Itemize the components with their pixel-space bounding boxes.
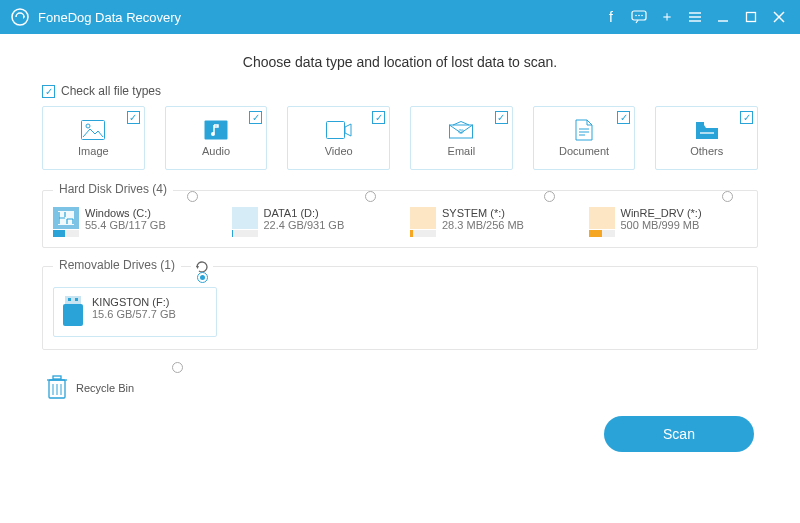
app-title: FoneDog Data Recovery — [38, 10, 594, 25]
recycle-radio[interactable] — [172, 362, 183, 373]
drive-c[interactable]: Windows (C:) 55.4 GB/117 GB — [53, 207, 212, 237]
drive-size: 55.4 GB/117 GB — [85, 219, 166, 231]
filetype-checkbox[interactable]: ✓ — [249, 111, 262, 124]
filetype-label: Others — [690, 145, 723, 157]
filetype-email[interactable]: ✓ @ Email — [410, 106, 513, 170]
check-all-checkbox[interactable]: ✓ — [42, 85, 55, 98]
svg-point-3 — [635, 15, 637, 17]
drive-icon — [410, 207, 436, 237]
others-icon — [694, 119, 720, 141]
svg-rect-15 — [205, 121, 228, 140]
filetype-row: ✓ Image ✓ Audio ✓ Video ✓ @ Email — [42, 106, 758, 170]
drive-name: DATA1 (D:) — [264, 207, 345, 219]
filetype-audio[interactable]: ✓ Audio — [165, 106, 268, 170]
svg-point-14 — [86, 124, 90, 128]
titlebar: FoneDog Data Recovery f ＋ — [0, 0, 800, 34]
app-logo — [10, 7, 30, 27]
filetype-checkbox[interactable]: ✓ — [127, 111, 140, 124]
filetype-label: Image — [78, 145, 109, 157]
svg-marker-27 — [196, 266, 199, 269]
drive-system[interactable]: SYSTEM (*:) 28.3 MB/256 MB — [410, 207, 569, 237]
document-icon — [571, 119, 597, 141]
recycle-bin-row[interactable]: Recycle Bin — [42, 368, 758, 408]
image-icon — [80, 119, 106, 141]
svg-point-5 — [641, 15, 643, 17]
filetype-image[interactable]: ✓ Image — [42, 106, 145, 170]
drive-size: 22.4 GB/931 GB — [264, 219, 345, 231]
svg-rect-31 — [75, 298, 78, 301]
maximize-button[interactable] — [740, 6, 762, 28]
removable-section: Removable Drives (1) KINGSTON (F:) 15.6 … — [42, 266, 758, 350]
svg-rect-29 — [63, 304, 83, 326]
filetype-label: Document — [559, 145, 609, 157]
scan-button[interactable]: Scan — [604, 416, 754, 452]
svg-point-16 — [211, 132, 215, 136]
minimize-button[interactable] — [712, 6, 734, 28]
drive-icon — [53, 207, 79, 237]
drive-size: 500 MB/999 MB — [621, 219, 702, 231]
drive-kingston[interactable]: KINGSTON (F:) 15.6 GB/57.7 GB — [53, 287, 217, 337]
add-icon[interactable]: ＋ — [656, 6, 678, 28]
drive-name: Windows (C:) — [85, 207, 166, 219]
drive-d[interactable]: DATA1 (D:) 22.4 GB/931 GB — [232, 207, 391, 237]
check-all-row[interactable]: ✓ Check all file types — [42, 84, 758, 98]
drive-winre[interactable]: WinRE_DRV (*:) 500 MB/999 MB — [589, 207, 748, 237]
video-icon — [326, 119, 352, 141]
filetype-checkbox[interactable]: ✓ — [495, 111, 508, 124]
recycle-bin-label: Recycle Bin — [76, 382, 134, 394]
svg-point-4 — [638, 15, 640, 17]
svg-point-0 — [12, 9, 28, 25]
svg-rect-34 — [53, 376, 61, 379]
drive-name: SYSTEM (*:) — [442, 207, 524, 219]
drive-size: 15.6 GB/57.7 GB — [92, 308, 176, 320]
svg-rect-30 — [68, 298, 71, 301]
filetype-label: Video — [325, 145, 353, 157]
audio-icon — [203, 119, 229, 141]
svg-rect-28 — [65, 296, 81, 304]
feedback-icon[interactable] — [628, 6, 650, 28]
filetype-document[interactable]: ✓ Document — [533, 106, 636, 170]
svg-rect-24 — [696, 122, 704, 126]
facebook-icon[interactable]: f — [600, 6, 622, 28]
drive-icon — [232, 207, 258, 237]
section-label: Removable Drives (1) — [53, 258, 181, 272]
usb-icon — [60, 296, 86, 328]
filetype-checkbox[interactable]: ✓ — [617, 111, 630, 124]
drive-icon — [589, 207, 615, 237]
close-button[interactable] — [768, 6, 790, 28]
svg-rect-10 — [747, 13, 756, 22]
section-label: Hard Disk Drives (4) — [53, 182, 173, 196]
menu-icon[interactable] — [684, 6, 706, 28]
filetype-checkbox[interactable]: ✓ — [372, 111, 385, 124]
svg-rect-13 — [82, 121, 105, 140]
drive-size: 28.3 MB/256 MB — [442, 219, 524, 231]
drive-name: WinRE_DRV (*:) — [621, 207, 702, 219]
filetype-video[interactable]: ✓ Video — [287, 106, 390, 170]
svg-marker-18 — [345, 124, 351, 136]
svg-text:@: @ — [458, 128, 464, 134]
filetype-others[interactable]: ✓ Others — [655, 106, 758, 170]
filetype-label: Audio — [202, 145, 230, 157]
check-all-label: Check all file types — [61, 84, 161, 98]
drive-radio[interactable] — [722, 191, 733, 202]
drive-radio[interactable] — [197, 272, 208, 283]
drive-name: KINGSTON (F:) — [92, 296, 176, 308]
hard-disk-section: Hard Disk Drives (4) Windows (C:) 55.4 G… — [42, 190, 758, 248]
email-icon: @ — [448, 119, 474, 141]
svg-rect-17 — [326, 122, 344, 139]
filetype-label: Email — [448, 145, 476, 157]
filetype-checkbox[interactable]: ✓ — [740, 111, 753, 124]
drive-radio[interactable] — [187, 191, 198, 202]
drive-radio[interactable] — [365, 191, 376, 202]
recycle-bin-icon — [46, 374, 68, 403]
page-headline: Choose data type and location of lost da… — [42, 54, 758, 70]
drive-radio[interactable] — [544, 191, 555, 202]
